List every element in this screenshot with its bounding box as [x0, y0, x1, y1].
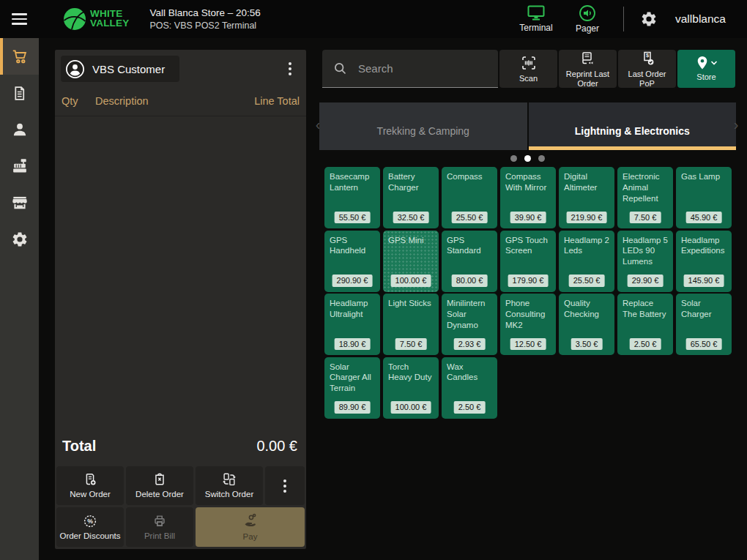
- reprint-last-order-label: Reprint Last Order: [560, 70, 615, 89]
- product-price: 39.90 €: [510, 212, 546, 223]
- product-tile[interactable]: Gas Lamp45.90 €: [676, 167, 732, 228]
- order-lines-empty: [55, 116, 306, 428]
- discount-badge-icon: %: [82, 513, 98, 529]
- order-discounts-button[interactable]: % Order Discounts: [56, 507, 124, 547]
- order-panel: VBS Customer Qty Description Line Total …: [55, 50, 306, 549]
- location-pin-icon: [696, 56, 709, 70]
- delete-order-button[interactable]: Delete Order: [126, 466, 193, 505]
- switch-order-button[interactable]: Switch Order: [196, 466, 263, 505]
- description-column-header: Description: [95, 95, 254, 107]
- product-name: Headlamp Ultralight: [330, 298, 375, 320]
- pager-dot[interactable]: [510, 155, 517, 162]
- hand-coin-icon: [242, 512, 259, 530]
- terminal-button[interactable]: Terminal: [510, 5, 562, 33]
- category-pager-dots: [319, 155, 736, 162]
- new-order-button[interactable]: New Order: [56, 466, 124, 505]
- product-tile[interactable]: Headlamp 5 LEDs 90 Lumens29.90 €: [617, 231, 673, 292]
- cash-register-icon: [10, 157, 29, 176]
- svg-text:%: %: [87, 518, 93, 525]
- cart-icon: [10, 47, 29, 66]
- pager-dot[interactable]: [538, 155, 545, 162]
- pager-dot-active[interactable]: [524, 155, 531, 162]
- product-tile[interactable]: Light Sticks7.50 €: [383, 294, 439, 355]
- order-discounts-label: Order Discounts: [59, 531, 120, 541]
- product-price: 2.93 €: [454, 338, 486, 350]
- product-name: Battery Charger: [388, 171, 434, 193]
- pay-button[interactable]: Pay: [196, 507, 305, 547]
- last-order-pop-button[interactable]: $ Last Order PoP: [618, 50, 676, 88]
- sidebar-item-store[interactable]: [0, 184, 39, 221]
- product-tile[interactable]: GPS Standard80.00 €: [442, 231, 497, 292]
- product-name: Phone Consulting MK2: [505, 298, 551, 331]
- pay-label: Pay: [243, 532, 258, 542]
- product-tile[interactable]: Torch Heavy Duty100.00 €: [383, 357, 439, 419]
- search-input[interactable]: [358, 62, 475, 75]
- product-tile[interactable]: Replace The Battery2.50 €: [617, 294, 673, 355]
- hamburger-menu-icon[interactable]: [4, 4, 34, 34]
- pager-button[interactable]: Pager: [562, 4, 613, 34]
- product-name: Light Sticks: [388, 298, 434, 309]
- product-tile[interactable]: Wax Candles2.50 €: [442, 357, 497, 419]
- product-tile[interactable]: GPS Touch Screen179.90 €: [500, 231, 556, 292]
- qty-column-header: Qty: [62, 95, 95, 107]
- scan-button[interactable]: Scan: [499, 50, 557, 88]
- gear-icon[interactable]: [640, 10, 658, 28]
- svg-text:$: $: [645, 52, 649, 59]
- product-tile[interactable]: Compass25.50 €: [442, 167, 497, 228]
- product-name: Torch Heavy Duty: [388, 362, 434, 384]
- category-tabs: Trekking & Camping Lightning & Electroni…: [319, 102, 736, 150]
- product-tile[interactable]: Compass With Mirror39.90 €: [500, 167, 556, 228]
- product-name: GPS Handheld: [330, 235, 375, 257]
- reprint-last-order-button[interactable]: Reprint Last Order: [559, 50, 617, 88]
- product-tile[interactable]: Basecamp Lantern55.50 €: [324, 167, 380, 228]
- print-bill-label: Print Bill: [144, 531, 175, 541]
- store-name-time: Vall Blanca Store – 20:56: [149, 7, 260, 18]
- product-tile[interactable]: Digital Altimeter219.90 €: [559, 167, 614, 228]
- product-tile[interactable]: Electronic Animal Repellent7.50 €: [617, 167, 673, 228]
- line-total-column-header: Line Total: [254, 95, 300, 107]
- product-price: 7.50 €: [395, 338, 427, 350]
- tabs-scroll-right-icon[interactable]: ›: [731, 116, 741, 133]
- search-box[interactable]: [322, 50, 498, 88]
- product-tile[interactable]: Solar Charger65.50 €: [676, 294, 732, 355]
- more-actions-dots-icon[interactable]: [265, 466, 305, 505]
- product-price: 2.50 €: [454, 401, 486, 413]
- sidebar-item-settings[interactable]: [0, 221, 39, 258]
- sidebar-item-sale-cart[interactable]: [0, 38, 39, 75]
- product-grid: Basecamp Lantern55.50 €Battery Charger32…: [324, 167, 735, 419]
- sidebar-item-customers[interactable]: [0, 111, 39, 148]
- switch-order-label: Switch Order: [205, 490, 253, 499]
- product-price: 89.90 €: [335, 401, 371, 413]
- white-valley-logo: WHITE VALLEY: [62, 6, 129, 32]
- tab-lightning-electronics[interactable]: Lightning & Electronics: [529, 102, 737, 150]
- product-tile[interactable]: Headlamp Expeditions145.90 €: [676, 231, 732, 292]
- top-bar: WHITE VALLEY Vall Blanca Store – 20:56 P…: [0, 0, 747, 38]
- sidebar-item-cash-register[interactable]: [0, 148, 39, 184]
- store-selector-button[interactable]: Store: [677, 50, 735, 88]
- product-price: 45.90 €: [686, 212, 722, 223]
- product-tile[interactable]: GPS Mini100.00 €: [383, 231, 439, 292]
- customer-chip[interactable]: VBS Customer: [61, 56, 179, 82]
- product-price: 3.50 €: [571, 338, 603, 350]
- terminal-label: Terminal: [519, 23, 552, 33]
- product-tile[interactable]: Quality Checking3.50 €: [559, 294, 614, 355]
- username[interactable]: vallblanca: [675, 12, 737, 26]
- product-price: 219.90 €: [567, 212, 607, 223]
- trash-icon: [152, 471, 168, 488]
- order-menu-dots-icon[interactable]: [281, 60, 299, 78]
- product-tile[interactable]: Battery Charger32.50 €: [383, 167, 439, 228]
- product-tile[interactable]: Solar Charger All Terrain89.90 €: [324, 357, 380, 419]
- product-tile[interactable]: Minilintern Solar Dynamo2.93 €: [442, 294, 497, 355]
- product-tile[interactable]: Phone Consulting MK212.50 €: [500, 294, 556, 355]
- product-tile[interactable]: Headlamp 2 Leds25.50 €: [559, 231, 614, 292]
- product-name: Headlamp 2 Leds: [564, 235, 609, 257]
- print-bill-button[interactable]: Print Bill: [126, 507, 193, 547]
- tab-trekking-camping[interactable]: Trekking & Camping: [319, 102, 527, 150]
- product-tile[interactable]: Headlamp Ultralight18.90 €: [324, 294, 380, 355]
- product-price: 290.90 €: [332, 275, 373, 286]
- sidebar-item-orders[interactable]: [0, 75, 39, 111]
- product-price: 29.90 €: [628, 275, 664, 286]
- total-value: 0.00 €: [256, 438, 297, 455]
- store-icon: [10, 193, 29, 212]
- product-tile[interactable]: GPS Handheld290.90 €: [324, 231, 380, 292]
